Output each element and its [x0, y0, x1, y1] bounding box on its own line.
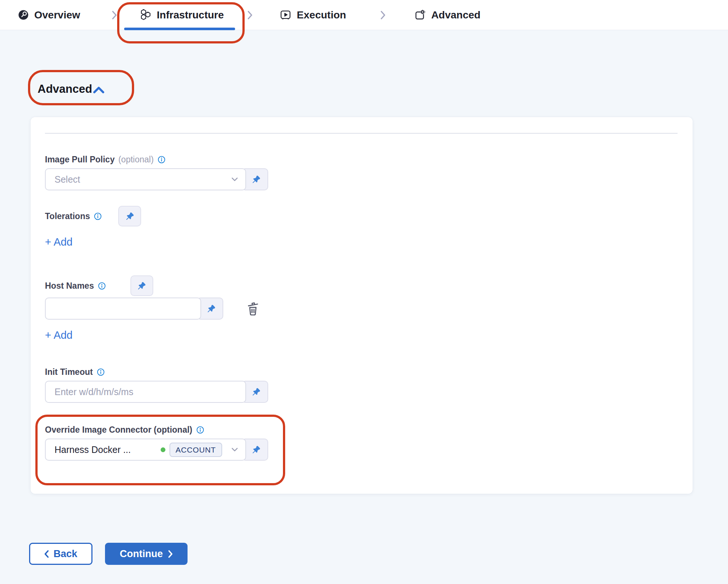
- stage-tabs-bar: Overview Infrastructure Execution Advanc…: [0, 0, 728, 30]
- override-image-connector-select[interactable]: Harness Docker ... ACCOUNT: [45, 439, 246, 461]
- host-names-pin-button[interactable]: [130, 275, 153, 296]
- override-image-connector-label-row: Override Image Connector (optional): [45, 425, 678, 435]
- host-names-field-row: [45, 298, 678, 320]
- tab-infrastructure-label: Infrastructure: [157, 9, 224, 21]
- image-pull-policy-placeholder: Select: [55, 174, 226, 185]
- host-names-label-row: Host Names: [45, 275, 678, 296]
- continue-button-label: Continue: [120, 548, 163, 560]
- card-top-divider: [45, 133, 678, 134]
- init-timeout-input-wrap: [45, 381, 246, 403]
- host-name-delete-button[interactable]: [247, 302, 259, 316]
- continue-button[interactable]: Continue: [105, 543, 188, 565]
- init-timeout-label-row: Init Timeout: [45, 367, 678, 377]
- pushpin-icon: [137, 281, 147, 291]
- pushpin-icon: [251, 387, 261, 397]
- tolerations-label: Tolerations: [45, 211, 90, 221]
- host-name-input[interactable]: [55, 303, 193, 314]
- image-pull-policy-label: Image Pull Policy: [45, 155, 115, 165]
- advanced-settings-card: Image Pull Policy (optional) Select Tole…: [31, 117, 693, 494]
- trash-icon: [247, 302, 259, 316]
- pushpin-icon: [125, 211, 135, 221]
- overview-icon: [18, 9, 29, 21]
- chevron-right-icon: [112, 11, 117, 20]
- tolerations-add-link[interactable]: + Add: [45, 236, 73, 248]
- tolerations-label-row: Tolerations: [45, 206, 678, 226]
- advanced-section-title: Advanced: [38, 82, 92, 96]
- tab-overview[interactable]: Overview: [18, 9, 80, 21]
- init-timeout-input[interactable]: [55, 387, 238, 397]
- image-pull-policy-field-row: Select: [45, 168, 678, 190]
- image-pull-policy-label-row: Image Pull Policy (optional): [45, 155, 678, 165]
- chevron-right-icon: [381, 11, 385, 20]
- active-tab-underline: [124, 28, 235, 30]
- info-circle-icon[interactable]: [196, 426, 204, 434]
- info-circle-icon[interactable]: [94, 212, 102, 221]
- back-button-label: Back: [53, 548, 77, 560]
- connector-name: Harness Docker ...: [55, 444, 131, 455]
- image-pull-policy-select[interactable]: Select: [45, 168, 246, 190]
- execution-play-icon: [280, 9, 292, 21]
- connector-status-dot: [161, 447, 165, 452]
- host-names-add-link[interactable]: + Add: [45, 329, 73, 341]
- image-pull-policy-optional: (optional): [118, 155, 154, 165]
- advanced-section-toggle[interactable]: Advanced: [38, 82, 104, 96]
- connector-scope-badge: ACCOUNT: [169, 443, 222, 457]
- connector-meta: ACCOUNT: [161, 443, 238, 457]
- host-name-input-wrap: [45, 298, 201, 320]
- tab-execution[interactable]: Execution: [280, 9, 346, 21]
- init-timeout-label: Init Timeout: [45, 367, 93, 377]
- pushpin-icon: [206, 304, 216, 314]
- init-timeout-field-row: [45, 381, 678, 403]
- infrastructure-hexagons-icon: [140, 9, 152, 21]
- host-names-label: Host Names: [45, 281, 94, 291]
- chevron-right-icon: [168, 550, 173, 558]
- advanced-gear-icon: [413, 9, 426, 21]
- tab-advanced[interactable]: Advanced: [413, 9, 480, 21]
- pushpin-icon: [251, 445, 261, 455]
- pushpin-icon: [251, 175, 261, 184]
- override-image-connector-field-row: Harness Docker ... ACCOUNT: [45, 439, 678, 461]
- chevron-right-icon: [248, 11, 252, 20]
- override-image-connector-label: Override Image Connector (optional): [45, 425, 192, 435]
- tab-infrastructure[interactable]: Infrastructure: [140, 9, 224, 21]
- info-circle-icon[interactable]: [157, 155, 166, 164]
- chevron-down-icon: [231, 447, 238, 452]
- chevron-left-icon: [44, 550, 49, 558]
- tab-execution-label: Execution: [297, 9, 346, 21]
- chevron-up-icon: [93, 87, 104, 94]
- info-circle-icon[interactable]: [97, 368, 105, 376]
- info-circle-icon[interactable]: [98, 282, 106, 290]
- tab-advanced-label: Advanced: [431, 9, 480, 21]
- pipeline-stage-config-page: Overview Infrastructure Execution Advanc…: [0, 0, 728, 584]
- chevron-down-icon: [231, 177, 238, 182]
- tolerations-pin-button[interactable]: [118, 206, 141, 226]
- back-button[interactable]: Back: [29, 543, 92, 565]
- tab-overview-label: Overview: [34, 9, 80, 21]
